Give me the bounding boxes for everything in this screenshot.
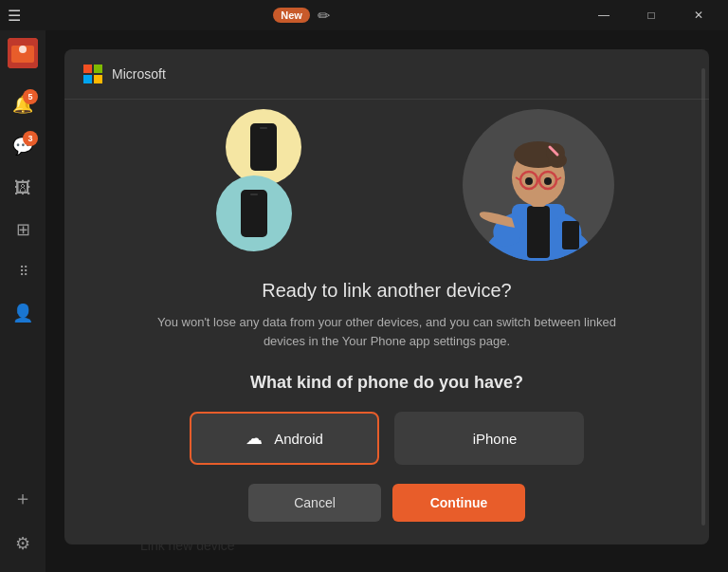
- modal-overlay: Microsoft: [46, 30, 728, 572]
- add-icon: ＋: [13, 486, 32, 511]
- android-button[interactable]: ☁ Android: [190, 412, 379, 465]
- grid-icon: ⠿: [19, 264, 27, 279]
- svg-point-2: [19, 46, 27, 53]
- sidebar-item-notifications[interactable]: 🔔 5: [4, 85, 42, 123]
- edit-icon[interactable]: ✏: [318, 7, 330, 25]
- svg-point-18: [525, 177, 533, 185]
- svg-rect-6: [562, 221, 579, 249]
- character-illustration: [463, 109, 614, 261]
- android-icon: ☁: [246, 428, 263, 449]
- chrome-center: New ✏: [273, 7, 330, 25]
- microsoft-logo: [83, 65, 102, 83]
- svg-rect-5: [527, 206, 550, 258]
- phone-teal-circle: [216, 175, 292, 251]
- sidebar-item-add[interactable]: ＋: [4, 479, 42, 517]
- new-badge: New: [273, 8, 310, 23]
- chrome-left: ☰: [8, 7, 21, 25]
- window-chrome: ☰ New ✏ — □ ✕: [0, 0, 728, 30]
- hamburger-icon[interactable]: ☰: [8, 7, 21, 25]
- minimize-button[interactable]: —: [582, 0, 626, 30]
- sidebar-item-apps[interactable]: ⊞: [4, 211, 42, 249]
- iphone-label: iPhone: [473, 431, 518, 447]
- phone-shape-yellow: [250, 123, 277, 171]
- sidebar-item-contacts[interactable]: 👤: [4, 294, 42, 332]
- close-button[interactable]: ✕: [677, 0, 720, 30]
- sidebar-item-photos[interactable]: 🖼: [4, 169, 42, 207]
- window-controls: — □ ✕: [582, 0, 720, 30]
- modal-content: Ready to link another device? You won't …: [64, 280, 709, 544]
- settings-icon: ⚙: [15, 533, 30, 554]
- sidebar-item-messages[interactable]: 💬 3: [4, 127, 42, 165]
- phone-shape-teal: [241, 190, 267, 237]
- main-area: Link new device Microsoft: [46, 30, 728, 572]
- action-row: Cancel Continue: [102, 484, 671, 522]
- message-badge: 3: [23, 131, 38, 146]
- sidebar-bottom: ＋ ⚙: [4, 477, 42, 564]
- brand-label: Microsoft: [112, 66, 166, 82]
- illustration: [64, 100, 709, 280]
- android-label: Android: [274, 431, 323, 447]
- photo-icon: 🖼: [14, 178, 31, 198]
- sidebar: 🔔 5 💬 3 🖼 ⊞ ⠿ 👤 ＋ ⚙: [0, 30, 46, 572]
- iphone-button[interactable]: iPhone: [394, 412, 584, 465]
- contacts-icon: 👤: [12, 303, 33, 323]
- modal-dialog: Microsoft: [64, 49, 709, 544]
- modal-scrollbar[interactable]: [701, 68, 705, 526]
- modal-question: What kind of phone do you have?: [102, 373, 671, 393]
- modal-header: Microsoft: [64, 49, 709, 100]
- notification-badge: 5: [23, 89, 38, 104]
- svg-point-19: [544, 177, 552, 185]
- sidebar-item-settings[interactable]: ⚙: [4, 525, 42, 563]
- continue-button[interactable]: Continue: [392, 484, 525, 522]
- apps-icon: ⊞: [16, 219, 30, 240]
- cancel-button[interactable]: Cancel: [248, 484, 381, 522]
- phone-type-row: ☁ Android iPhone: [102, 412, 671, 465]
- character-svg: [472, 119, 605, 261]
- modal-description: You won't lose any data from your other …: [150, 313, 624, 350]
- phone-yellow-circle: [226, 109, 301, 185]
- avatar[interactable]: [8, 38, 38, 68]
- sidebar-item-grid[interactable]: ⠿: [4, 252, 42, 290]
- maximize-button[interactable]: □: [629, 0, 673, 30]
- modal-title: Ready to link another device?: [102, 280, 671, 302]
